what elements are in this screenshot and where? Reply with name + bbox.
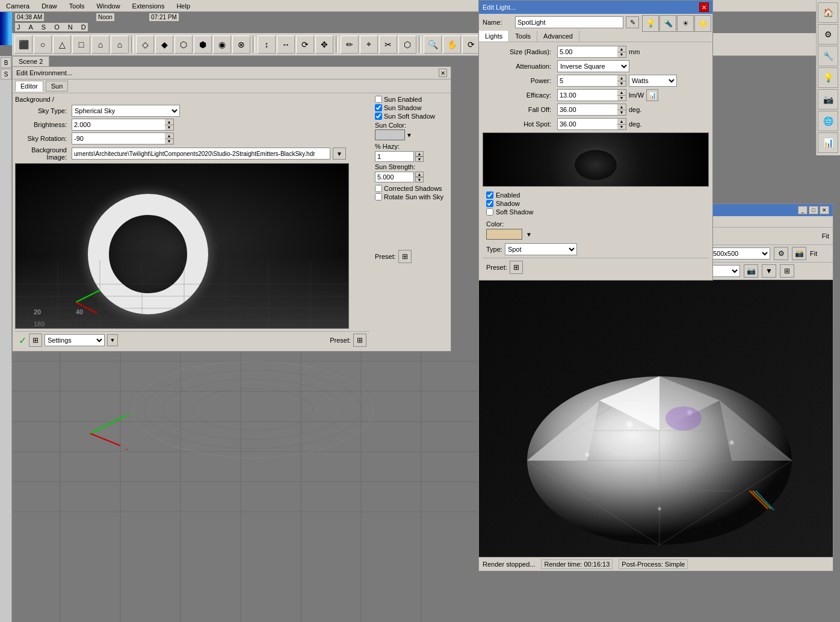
corrected-shadows-checkbox[interactable]: [375, 185, 382, 192]
left-tool-1[interactable]: B: [1, 57, 11, 68]
tool-btn-8[interactable]: ◆: [155, 36, 173, 54]
light-icon-4[interactable]: 🌟: [694, 15, 711, 32]
render-camera-btn[interactable]: 📷: [744, 264, 758, 278]
sun-enabled-checkbox[interactable]: [375, 96, 382, 103]
strength-spin-down[interactable]: ▼: [415, 177, 424, 182]
light-tab-lights[interactable]: Lights: [479, 31, 509, 42]
tool-btn-4[interactable]: □: [72, 36, 90, 54]
render-maximize-btn[interactable]: □: [809, 206, 818, 214]
menu-draw[interactable]: Draw: [38, 1, 61, 11]
sun-shadow-checkbox[interactable]: [375, 104, 382, 111]
light-name-edit-btn[interactable]: ✎: [626, 16, 639, 28]
render-size-select[interactable]: 500x500: [710, 247, 770, 260]
light-color-box[interactable]: [486, 229, 522, 240]
right-icon-6[interactable]: 🌐: [818, 111, 838, 131]
light-type-select[interactable]: Spot: [505, 243, 577, 255]
render-grid-btn[interactable]: ⊞: [780, 264, 794, 278]
tool-btn-17[interactable]: ✏: [341, 36, 359, 54]
light-enabled-checkbox[interactable]: [486, 191, 493, 199]
tool-btn-2[interactable]: ○: [34, 36, 52, 54]
tool-btn-21[interactable]: 🔍: [424, 36, 442, 54]
light-power-spin-down[interactable]: ▼: [617, 81, 626, 87]
sun-preset-btn[interactable]: ⊞: [398, 250, 412, 263]
tool-btn-14[interactable]: ↔: [277, 36, 295, 54]
sky-rotation-input[interactable]: -90: [72, 132, 165, 145]
light-efficacy-input[interactable]: 13.00: [557, 89, 617, 101]
light-hotspot-spin-up[interactable]: ▲: [617, 119, 626, 125]
env-tab-sun[interactable]: Sun: [46, 81, 69, 92]
light-tab-advanced[interactable]: Advanced: [537, 31, 579, 42]
edit-light-close[interactable]: ✕: [699, 2, 709, 12]
right-icon-4[interactable]: 💡: [818, 67, 838, 88]
tool-btn-20[interactable]: ⬡: [398, 36, 416, 54]
strength-input[interactable]: 5.000: [375, 172, 414, 182]
brightness-input[interactable]: 2.000: [72, 119, 165, 131]
tool-btn-1[interactable]: ⬛: [14, 36, 32, 54]
menu-tools[interactable]: Tools: [66, 1, 88, 11]
tool-btn-23[interactable]: ⟳: [462, 36, 480, 54]
menu-extensions[interactable]: Extensions: [129, 1, 168, 11]
render-minimize-btn[interactable]: _: [798, 206, 808, 214]
light-power-input[interactable]: 5: [557, 75, 617, 87]
tool-btn-9[interactable]: ⬡: [174, 36, 193, 54]
hazy-input[interactable]: 1: [375, 151, 414, 162]
bg-image-input[interactable]: uments\Architecture\Twilight\LightCompon…: [72, 148, 330, 160]
sky-rotation-spin-down[interactable]: ▼: [165, 139, 173, 145]
light-tab-tools[interactable]: Tools: [509, 31, 537, 42]
bg-image-browse[interactable]: ▼: [333, 148, 346, 160]
light-hotspot-input[interactable]: 36.00: [557, 118, 617, 130]
env-preset-btn[interactable]: ⊞: [353, 334, 366, 347]
light-icon-3[interactable]: ☀: [677, 15, 694, 32]
light-efficacy-spin-up[interactable]: ▲: [617, 90, 626, 96]
hazy-spin-down[interactable]: ▼: [415, 157, 424, 162]
env-check-icon[interactable]: ✓: [19, 335, 26, 346]
menu-help[interactable]: Help: [173, 1, 194, 11]
env-grid-btn[interactable]: ⊞: [29, 334, 42, 347]
tool-btn-13[interactable]: ↕: [258, 36, 276, 54]
light-size-input[interactable]: 5.00: [557, 46, 617, 58]
sun-soft-shadow-checkbox[interactable]: [375, 113, 382, 120]
menu-window[interactable]: Window: [93, 1, 123, 11]
tool-btn-15[interactable]: ⟳: [296, 36, 314, 54]
tool-btn-3[interactable]: △: [53, 36, 71, 54]
env-tab-editor[interactable]: Editor: [15, 81, 43, 92]
light-shadow-checkbox[interactable]: [486, 200, 493, 207]
tool-btn-22[interactable]: ✋: [443, 36, 461, 54]
sky-type-select[interactable]: Spherical Sky: [72, 105, 180, 117]
left-tool-2[interactable]: S: [1, 69, 11, 79]
tool-btn-7[interactable]: ◇: [136, 36, 154, 54]
render-options-btn-2[interactable]: 📸: [792, 247, 806, 260]
tool-btn-19[interactable]: ✂: [379, 36, 397, 54]
tool-btn-10[interactable]: ⬢: [194, 36, 212, 54]
light-color-dropdown[interactable]: ▼: [526, 231, 532, 238]
render-arrow-btn[interactable]: ▼: [762, 264, 776, 278]
strength-spin-up[interactable]: ▲: [415, 172, 424, 177]
tool-btn-6[interactable]: ⌂: [111, 36, 129, 54]
env-panel-close[interactable]: ✕: [439, 69, 447, 77]
light-soft-shadow-checkbox[interactable]: [486, 208, 493, 216]
light-icon-2[interactable]: 🔦: [659, 15, 676, 32]
tool-btn-16[interactable]: ✥: [315, 36, 333, 54]
render-options-btn-1[interactable]: ⚙: [774, 247, 788, 260]
sun-color-arrow[interactable]: ▼: [406, 132, 412, 138]
scene-tab[interactable]: Scene 2: [12, 56, 49, 66]
light-name-input[interactable]: SpotLight: [515, 16, 623, 28]
sun-color-swatch[interactable]: [375, 129, 405, 140]
light-falloff-spin-down[interactable]: ▼: [617, 110, 626, 116]
light-attenuation-select[interactable]: Inverse Square: [557, 60, 629, 72]
light-power-spin-up[interactable]: ▲: [617, 75, 626, 81]
light-size-spin-up[interactable]: ▲: [617, 46, 626, 52]
brightness-spin-up[interactable]: ▲: [165, 119, 173, 125]
right-icon-1[interactable]: 🏠: [818, 2, 838, 23]
right-icon-3[interactable]: 🔧: [818, 46, 838, 66]
light-icon-1[interactable]: 💡: [642, 15, 659, 32]
light-falloff-spin-up[interactable]: ▲: [617, 104, 626, 110]
menu-camera[interactable]: Camera: [2, 1, 33, 11]
light-efficacy-spin-down[interactable]: ▼: [617, 96, 626, 101]
tool-btn-11[interactable]: ◉: [213, 36, 231, 54]
brightness-spin-down[interactable]: ▼: [165, 125, 173, 131]
light-falloff-input[interactable]: 36.00: [557, 104, 617, 116]
render-close-btn[interactable]: ✕: [820, 206, 829, 214]
light-size-spin-down[interactable]: ▼: [617, 52, 626, 58]
rotate-sun-checkbox[interactable]: [375, 193, 382, 201]
